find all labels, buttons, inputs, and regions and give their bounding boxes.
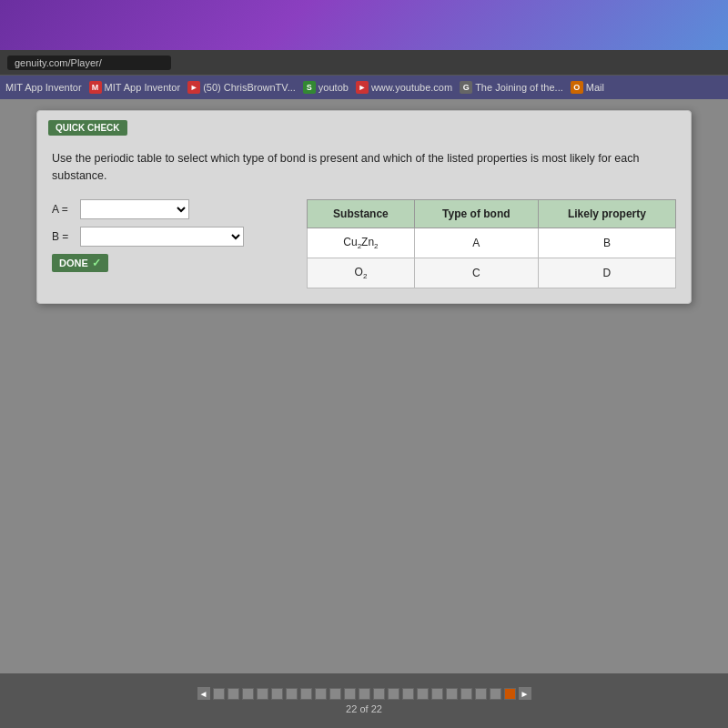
input-row-b: B = [52, 227, 279, 247]
bookmarks-bar: MIT App Inventor M MIT App Inventor ► (5… [0, 76, 728, 99]
bookmark-icon-green: S [303, 81, 316, 94]
bond-2: C [414, 258, 538, 288]
bookmark-label: Mail [586, 82, 604, 93]
nav-dot[interactable] [359, 688, 370, 700]
table-header-row: Substance Type of bond Likely property [308, 199, 676, 228]
bookmark-icon-mail: O [571, 81, 583, 94]
bookmark-icon-play: ► [187, 81, 200, 94]
browser-chrome: genuity.com/Player/ [0, 50, 728, 76]
quick-check-badge: QUICK CHECK [48, 120, 127, 136]
nav-dot[interactable] [417, 688, 429, 700]
bookmark-label: The Joining of the... [475, 82, 563, 93]
bookmark-label: MIT App Inventor [105, 82, 181, 93]
nav-prev-arrow[interactable]: ◄ [197, 687, 210, 700]
label-a: A = [52, 203, 75, 216]
property-2: D [538, 258, 675, 288]
instructions-text: Use the periodic table to select which t… [52, 150, 676, 185]
bond-table: Substance Type of bond Likely property C… [307, 199, 676, 289]
bookmark-icon-red: M [89, 81, 102, 94]
nav-dot[interactable] [286, 688, 298, 700]
nav-dot[interactable] [213, 688, 225, 700]
bookmark-icon-g: G [460, 81, 472, 94]
done-label: DONE [59, 258, 88, 268]
nav-dot[interactable] [475, 688, 487, 700]
input-row-a: A = [52, 199, 279, 219]
dropdown-b[interactable] [80, 227, 244, 247]
bookmark-youtube[interactable]: ► www.youtube.com [356, 81, 452, 94]
bookmark-youtob[interactable]: S youtob [303, 81, 349, 94]
bookmark-label: youtob [318, 82, 349, 93]
top-decorative-bar [0, 0, 728, 50]
substance-2: O2 [308, 258, 415, 288]
bookmark-mail[interactable]: O Mail [571, 81, 604, 94]
nav-dot[interactable] [228, 688, 239, 700]
nav-dot[interactable] [373, 688, 385, 700]
bookmark-joining[interactable]: G The Joining of the... [460, 81, 563, 94]
nav-dot[interactable] [242, 688, 254, 700]
page-indicator: 22 of 22 [346, 703, 382, 714]
bookmark-label: www.youtube.com [371, 82, 452, 93]
col-substance: Substance [308, 199, 415, 228]
done-button[interactable]: DONE ✓ [52, 254, 108, 272]
nav-dot[interactable] [344, 688, 356, 700]
table-row: O2 C D [308, 258, 676, 288]
nav-next-arrow[interactable]: ► [519, 687, 531, 700]
table-row: Cu2Zn2 A B [308, 228, 676, 258]
table-side: Substance Type of bond Likely property C… [307, 199, 676, 289]
nav-dot[interactable] [460, 688, 472, 700]
col-bond-type: Type of bond [414, 199, 538, 228]
bookmark-app-inventor-1[interactable]: MIT App Inventor [5, 82, 82, 93]
bookmark-chrisbrown[interactable]: ► (50) ChrisBrownTV... [187, 81, 296, 94]
nav-dot[interactable] [315, 688, 327, 700]
checkmark-icon: ✓ [92, 257, 101, 269]
nav-dot[interactable] [271, 688, 283, 700]
quiz-body: A = B = DONE ✓ [52, 199, 676, 289]
nav-dot[interactable] [402, 688, 414, 700]
quiz-panel: QUICK CHECK Use the periodic table to se… [36, 110, 692, 304]
col-likely-property: Likely property [538, 199, 675, 228]
nav-dot[interactable] [490, 688, 501, 700]
bottom-nav: ◄ ► 22 of 22 [0, 673, 728, 728]
nav-dot[interactable] [446, 688, 458, 700]
nav-dot-active[interactable] [504, 688, 516, 700]
url-bar[interactable]: genuity.com/Player/ [7, 56, 171, 70]
bookmark-app-inventor-2[interactable]: M MIT App Inventor [89, 81, 181, 94]
nav-dot[interactable] [257, 688, 268, 700]
bond-1: A [414, 228, 538, 258]
content-area: QUICK CHECK Use the periodic table to se… [0, 99, 728, 673]
nav-dot[interactable] [329, 688, 341, 700]
dropdown-a[interactable] [80, 199, 189, 219]
nav-dot[interactable] [431, 688, 443, 700]
controls-side: A = B = DONE ✓ [52, 199, 279, 272]
nav-dot[interactable] [388, 688, 399, 700]
substance-1: Cu2Zn2 [308, 228, 415, 258]
bookmark-label: (50) ChrisBrownTV... [203, 82, 296, 93]
label-b: B = [52, 230, 75, 243]
bookmark-icon-yt: ► [356, 81, 369, 94]
bookmark-label: MIT App Inventor [5, 82, 82, 93]
property-1: B [538, 228, 675, 258]
nav-dot[interactable] [300, 688, 312, 700]
nav-dots-row: ◄ ► [197, 687, 531, 700]
